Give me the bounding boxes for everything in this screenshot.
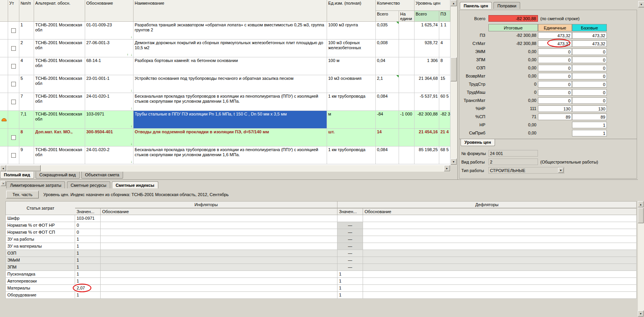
deflator-value[interactable]: — xyxy=(337,250,363,257)
inflator-basis[interactable] xyxy=(101,229,337,236)
inflator-basis[interactable] xyxy=(101,271,337,278)
row-checkbox[interactable] xyxy=(11,135,16,140)
hscroll-thumb[interactable] xyxy=(7,165,41,171)
row-checkbox[interactable] xyxy=(11,28,16,33)
deflator-value[interactable]: — xyxy=(337,264,363,271)
row-name[interactable]: Разработка траншей экскаватором «обратна… xyxy=(134,22,327,40)
price-unit-value[interactable]: 473,32 xyxy=(538,40,572,47)
deflator-basis[interactable] xyxy=(363,229,637,236)
price-unit-value[interactable]: 0 xyxy=(538,57,572,63)
row-checkbox[interactable] xyxy=(11,64,16,69)
inflator-value[interactable]: 2,07 xyxy=(75,285,101,292)
estimate-row[interactable]: 4ТСНБ-2001 Московская обл68-14-1Разборка… xyxy=(0,57,450,75)
row-name[interactable]: Бесканальная прокладка трубопроводов в и… xyxy=(134,93,327,111)
price-base-value[interactable]: 0 xyxy=(572,89,607,96)
deflator-basis[interactable] xyxy=(363,222,637,229)
tab-short-view[interactable]: Сокращенный вид xyxy=(36,172,80,179)
row-checkbox[interactable] xyxy=(11,82,16,86)
deflator-value[interactable]: 1 xyxy=(337,285,363,292)
inflator-value[interactable]: 0 xyxy=(75,229,101,236)
row-checkbox[interactable] xyxy=(11,46,16,51)
tab-object-estimate[interactable]: Объектная смета xyxy=(81,172,123,179)
estimate-row[interactable]: 5ТСНБ-2001 Московская обл23-01-001-1↓Уст… xyxy=(0,75,450,93)
deflator-basis[interactable] xyxy=(363,236,637,243)
row-name[interactable]: Трубы стальные в ППУ ПЭ изоляции Pn 1,6 … xyxy=(134,111,327,129)
price-unit-value[interactable]: 89 xyxy=(538,114,572,120)
inflator-value[interactable]: 1 xyxy=(75,271,101,278)
deflator-value[interactable]: — xyxy=(337,243,363,250)
deflator-basis[interactable] xyxy=(363,271,637,278)
inflator-value[interactable]: 1 xyxy=(75,264,101,271)
tab-price-panel[interactable]: Панель цен xyxy=(460,2,492,9)
deflator-basis[interactable] xyxy=(363,292,637,299)
tab-estimate-resources[interactable]: Сметные ресурсы xyxy=(67,181,110,188)
bottom-scroll-down-button[interactable]: ▼ xyxy=(638,310,644,317)
tab-corrections[interactable]: Поправки xyxy=(493,2,520,9)
inflator-basis[interactable] xyxy=(101,285,337,292)
price-unit-value[interactable] xyxy=(538,122,572,128)
inflator-value[interactable]: 0 xyxy=(75,222,101,229)
inflator-basis[interactable] xyxy=(101,264,337,271)
inflator-value[interactable]: 1 xyxy=(75,278,101,285)
price-base-value[interactable]: 0 xyxy=(572,81,607,88)
estimate-row[interactable]: 8Доп.мат. Кат. МО.,300-9504-401↓Отводы д… xyxy=(0,129,450,146)
inflator-basis[interactable] xyxy=(101,292,337,299)
panel-scroll-down-button[interactable]: ▼ xyxy=(638,1,644,7)
deflator-value[interactable]: — xyxy=(337,236,363,243)
row-checkbox[interactable] xyxy=(11,100,16,104)
bottom-scroll-up-button[interactable]: ▲ xyxy=(638,201,644,207)
inflator-basis[interactable] xyxy=(101,278,337,285)
inflator-value[interactable]: 1 xyxy=(75,243,101,250)
price-base-value[interactable]: 0 xyxy=(572,73,607,79)
price-unit-value[interactable]: 473,32 xyxy=(538,32,572,39)
deflator-basis[interactable] xyxy=(363,215,637,222)
deflator-basis[interactable] xyxy=(363,243,637,250)
price-base-value[interactable]: 89 xyxy=(572,114,607,120)
estimate-row[interactable]: 2ТСНБ-2001 Московская обл27-06-001-3↓↑Де… xyxy=(0,40,450,57)
price-base-value[interactable]: 1 xyxy=(572,122,607,128)
deflator-basis[interactable] xyxy=(363,278,637,285)
row-name[interactable]: Демонтаж дорожных покрытий из сборных пр… xyxy=(134,40,327,57)
price-unit-value[interactable]: 0 xyxy=(538,81,572,88)
deflator-basis[interactable] xyxy=(363,285,637,292)
price-unit-value[interactable]: 0 xyxy=(538,89,572,96)
inflator-basis[interactable] xyxy=(101,257,337,264)
row-name[interactable]: Бесканальная прокладка трубопроводов в и… xyxy=(134,146,327,164)
price-base-value[interactable]: 0 xyxy=(572,48,607,55)
deflator-value[interactable]: — xyxy=(337,257,363,264)
scroll-left-button[interactable]: ◄ xyxy=(0,165,6,171)
inflator-basis[interactable] xyxy=(101,250,337,257)
inflator-value[interactable]: 1 xyxy=(75,250,101,257)
work-type-field[interactable]: СТРОИТЕЛЬНЫЕ ▼ xyxy=(488,167,564,174)
price-base-value[interactable]: 0 xyxy=(572,57,607,63)
row-checkbox[interactable] xyxy=(11,153,16,158)
estimate-row[interactable]: 7ТСНБ-2001 Московская обл24-01-020-1↓Бес… xyxy=(0,93,450,111)
dropdown-arrow-icon[interactable]: ▼ xyxy=(558,168,564,173)
work-kind-field[interactable]: 2 xyxy=(488,158,538,165)
deflator-value[interactable]: 1 xyxy=(337,278,363,285)
deflator-basis[interactable] xyxy=(363,257,637,264)
deflator-value[interactable]: 1 xyxy=(337,271,363,278)
estimate-row[interactable]: 7,1ТСНБ-2001 Московская обл103-0971↓Труб… xyxy=(0,111,450,129)
inflator-basis[interactable] xyxy=(101,243,337,250)
scroll-up-button[interactable]: ▲ xyxy=(450,0,457,6)
tab-limited-costs[interactable]: Лимитированные затраты xyxy=(6,181,65,188)
close-panel-button[interactable]: × xyxy=(1,181,6,186)
row-name[interactable]: Отводы для подземной прокладки в изоляци… xyxy=(134,129,327,146)
vscroll-thumb[interactable] xyxy=(450,57,457,81)
tab-price-level[interactable]: Уровень цен xyxy=(461,139,495,146)
inflator-basis[interactable] xyxy=(101,222,337,229)
price-base-value[interactable]: 0 xyxy=(572,65,607,71)
price-unit-value[interactable]: 0 xyxy=(538,65,572,71)
bottom-vscroll-thumb[interactable] xyxy=(638,208,644,223)
inflator-value[interactable]: 103-0971 xyxy=(75,215,101,222)
scroll-down-button[interactable]: ▼ xyxy=(450,158,457,165)
scroll-right-button[interactable]: ► xyxy=(444,165,450,171)
estimate-row[interactable]: 9ТСНБ-2001 Московская обл24-01-020-2↓Бес… xyxy=(0,146,450,164)
price-unit-value[interactable]: 0 xyxy=(538,48,572,55)
price-base-value[interactable]: 0 xyxy=(572,97,607,104)
deflator-basis[interactable] xyxy=(363,250,637,257)
deflator-value[interactable]: — xyxy=(337,222,363,229)
inflator-basis[interactable] xyxy=(101,215,337,222)
price-base-value[interactable]: 130 xyxy=(572,105,607,112)
